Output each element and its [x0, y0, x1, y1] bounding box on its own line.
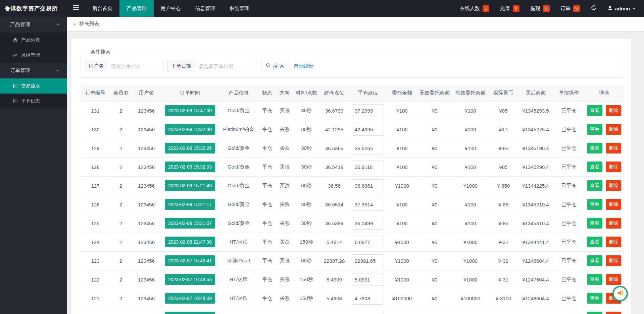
table-row: 121 2 123456 2023-02-07 16:48:09 HT/火币 平…: [81, 289, 624, 308]
nav-item[interactable]: 后台首页: [85, 0, 119, 17]
close-point-input[interactable]: [352, 311, 384, 314]
view-button[interactable]: 查看: [587, 180, 602, 191]
username-field-label: 用户名: [85, 60, 107, 72]
view-button[interactable]: 查看: [587, 218, 602, 229]
delete-button[interactable]: 删除: [606, 162, 621, 172]
order-time-button[interactable]: 2023-02-07 16:48:55: [165, 274, 215, 285]
delete-button[interactable]: 删除: [606, 143, 621, 153]
nav-stat[interactable]: 在线人数 1: [460, 5, 489, 12]
view-button[interactable]: 查看: [587, 105, 602, 116]
close-point-input[interactable]: [352, 161, 384, 173]
breadcrumb-arrows-icon: »: [73, 21, 76, 27]
order-time-button[interactable]: 2023-02-07 16:49:41: [165, 255, 215, 266]
cell-member-id: 2: [110, 233, 132, 251]
count-badge: 0: [513, 5, 519, 12]
close-point-input[interactable]: [352, 236, 384, 248]
delete-button[interactable]: 删除: [606, 312, 621, 314]
delete-button[interactable]: 删除: [606, 237, 621, 247]
close-point-input[interactable]: [352, 179, 384, 192]
sidebar-item[interactable]: 交易流水: [0, 78, 67, 93]
positions-table: 订单编号 会员ID 用户名 订单时间 产品信息 状态 方向: [81, 85, 624, 314]
view-button[interactable]: 查看: [587, 143, 602, 153]
breadcrumb: » 持仓列表: [67, 17, 644, 31]
cell-status: 平仓: [258, 120, 276, 139]
nav-stat[interactable]: 订单 0: [560, 5, 580, 12]
delete-button[interactable]: 删除: [606, 124, 621, 135]
order-time-button[interactable]: 2023-02-06 04:21:10: [165, 312, 215, 314]
view-button[interactable]: 查看: [587, 312, 602, 314]
nav-item[interactable]: 用户中心: [154, 0, 188, 17]
gauge-icon: [13, 53, 18, 58]
stat-label: 充值: [500, 5, 510, 12]
cell-username: 123456: [132, 120, 161, 139]
cell-status: 平仓: [258, 158, 276, 176]
cell-duration: 150秒: [293, 233, 319, 251]
sidebar-item[interactable]: 风控管理: [0, 48, 67, 63]
sidebar-item[interactable]: 产品列表: [0, 33, 67, 48]
order-time-button[interactable]: 2023-02-09 15:32:40: [165, 124, 215, 135]
order-time-button[interactable]: 2023-02-09 15:21:17: [165, 199, 215, 210]
cell-username: 123456: [132, 101, 161, 120]
cell-actions: 查看 删除: [584, 158, 624, 176]
table-row: 123 2 123456 2023-02-07 16:49:41 珍珠/Pear…: [81, 251, 624, 270]
delete-button[interactable]: 删除: [606, 255, 621, 266]
view-button[interactable]: 查看: [587, 199, 602, 210]
close-point-input[interactable]: [352, 254, 384, 267]
refresh-button[interactable]: [591, 5, 597, 12]
cell-product: 珍珠/Pearl: [219, 251, 258, 270]
order-time-button[interactable]: 2023-02-09 15:47:00: [165, 105, 215, 116]
order-time-button[interactable]: 2023-02-09 15:21:49: [165, 180, 215, 191]
close-point-input[interactable]: [352, 198, 384, 211]
cell-status: 平仓: [258, 251, 276, 270]
order-time-button[interactable]: 2023-02-09 15:32:03: [165, 162, 215, 172]
cell-username: 123456: [132, 214, 161, 233]
close-point-input[interactable]: [352, 292, 384, 305]
nav-stat[interactable]: 充值 0: [500, 5, 519, 12]
table-header-row: 订单编号 会员ID 用户名 订单时间 产品信息 状态 方向: [81, 85, 624, 101]
close-point-input[interactable]: [352, 273, 384, 286]
close-point-input[interactable]: [352, 142, 384, 154]
delete-button[interactable]: 删除: [606, 180, 621, 191]
auto-refresh-link[interactable]: 自动刷新: [294, 63, 314, 69]
hamburger-icon: [73, 5, 79, 11]
count-badge: 0: [543, 5, 550, 12]
nav-item[interactable]: 系统管理: [222, 0, 256, 17]
close-point-input[interactable]: [352, 104, 384, 117]
view-button[interactable]: 查看: [587, 293, 602, 304]
nav-stat[interactable]: 提现 0: [530, 5, 550, 12]
view-button[interactable]: 查看: [587, 255, 602, 266]
cell-open-point: 36.56: [319, 176, 349, 195]
delete-button[interactable]: 删除: [606, 218, 621, 229]
delete-button[interactable]: 删除: [606, 274, 621, 285]
cell-direction: 买涨: [276, 270, 293, 289]
sidebar-toggle-button[interactable]: [67, 0, 85, 17]
cell-balance-after: ¥1344225.4: [517, 176, 554, 195]
user-menu[interactable]: admin: [607, 5, 636, 12]
delete-button[interactable]: 删除: [606, 199, 621, 210]
order-time-button[interactable]: 2023-02-09 15:32:26: [165, 143, 215, 153]
stat-label: 在线人数: [460, 5, 480, 12]
order-date-input[interactable]: [195, 60, 257, 72]
order-time-button[interactable]: 2023-02-08 22:47:38: [165, 237, 215, 247]
sidebar-group-order-header[interactable]: 订单管理: [0, 63, 67, 78]
cell-valid-entrust: ¥100000: [452, 289, 489, 308]
order-time-button[interactable]: 2023-02-07 16:48:09: [165, 293, 215, 304]
cell-entrust-balance: ¥100: [387, 158, 417, 176]
nav-item[interactable]: 产品管理: [119, 0, 154, 17]
nav-item[interactable]: 信息管理: [188, 0, 222, 17]
cell-username: 123456: [132, 289, 161, 308]
sound-toggle-button[interactable]: [612, 286, 628, 301]
search-button[interactable]: 搜 索: [261, 60, 289, 72]
delete-button[interactable]: 删除: [606, 105, 621, 116]
close-point-input[interactable]: [352, 123, 384, 136]
close-point-input[interactable]: [352, 217, 384, 230]
view-button[interactable]: 查看: [587, 237, 602, 247]
view-button[interactable]: 查看: [587, 124, 602, 135]
order-time-button[interactable]: 2023-02-09 15:21:07: [165, 218, 215, 229]
username-input[interactable]: [107, 60, 163, 72]
cell-valid-entrust: ¥100: [452, 101, 489, 120]
sidebar-group-product-header[interactable]: 产品管理: [0, 17, 67, 33]
view-button[interactable]: 查看: [587, 274, 602, 285]
sidebar-item[interactable]: 平仓日志: [0, 93, 67, 109]
view-button[interactable]: 查看: [587, 162, 602, 172]
